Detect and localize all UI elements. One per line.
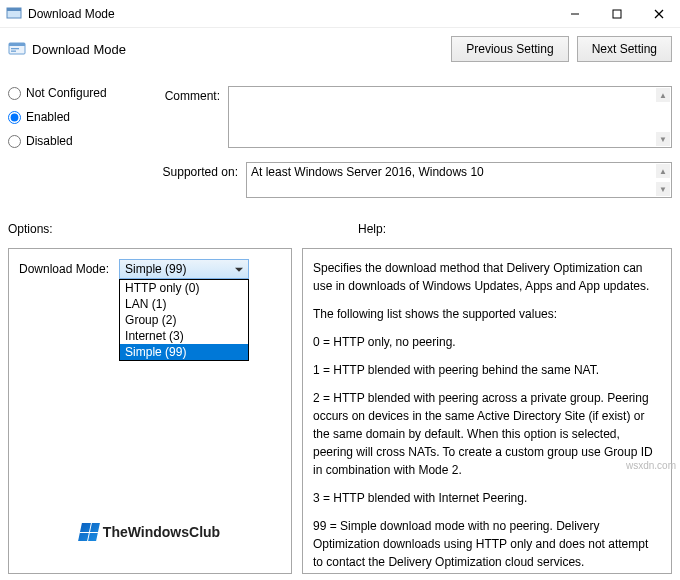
help-paragraph: 3 = HTTP blended with Internet Peering. (313, 489, 661, 507)
help-heading: Help: (302, 222, 672, 236)
supported-row: Supported on: At least Windows Server 20… (148, 162, 672, 198)
minimize-button[interactable] (554, 0, 596, 28)
combobox-option[interactable]: LAN (1) (120, 296, 248, 312)
supported-textarea: At least Windows Server 2016, Windows 10… (246, 162, 672, 198)
section-labels: Options: Help: (8, 222, 672, 236)
radio-not-configured-input[interactable] (8, 87, 21, 100)
svg-rect-3 (613, 10, 621, 18)
radio-disabled[interactable]: Disabled (8, 134, 107, 148)
header: Download Mode Previous Setting Next Sett… (0, 28, 680, 74)
window-title: Download Mode (28, 7, 554, 21)
scroll-down-icon[interactable]: ▼ (656, 132, 670, 146)
help-paragraph: 99 = Simple download mode with no peerin… (313, 517, 661, 571)
radio-disabled-input[interactable] (8, 135, 21, 148)
combobox-option[interactable]: Group (2) (120, 312, 248, 328)
radio-not-configured-label: Not Configured (26, 86, 107, 100)
help-paragraph: 0 = HTTP only, no peering. (313, 333, 661, 351)
combobox-selected[interactable]: Simple (99) (119, 259, 249, 279)
combobox-option[interactable]: Internet (3) (120, 328, 248, 344)
options-panel: Download Mode: Simple (99) HTTP only (0)… (8, 248, 292, 574)
branding-logo: TheWindowsClub (9, 523, 291, 541)
comment-row: Comment: ▲ ▼ (148, 86, 672, 148)
logo-text: TheWindowsClub (103, 524, 220, 540)
options-heading: Options: (8, 222, 302, 236)
comment-textarea[interactable]: ▲ ▼ (228, 86, 672, 148)
help-panel: Specifies the download method that Deliv… (302, 248, 672, 574)
policy-title: Download Mode (32, 42, 443, 57)
help-paragraph: The following list shows the supported v… (313, 305, 661, 323)
help-paragraph: 1 = HTTP blended with peering behind the… (313, 361, 661, 379)
radio-not-configured[interactable]: Not Configured (8, 86, 107, 100)
help-paragraph: 2 = HTTP blended with peering across a p… (313, 389, 661, 479)
titlebar: Download Mode (0, 0, 680, 28)
combobox-option[interactable]: HTTP only (0) (120, 280, 248, 296)
previous-setting-button[interactable]: Previous Setting (451, 36, 568, 62)
comment-label: Comment: (148, 86, 220, 148)
supported-scrollbar[interactable]: ▲ ▼ (656, 164, 670, 196)
state-radio-group: Not Configured Enabled Disabled (8, 86, 107, 148)
svg-rect-1 (7, 8, 21, 11)
radio-enabled-label: Enabled (26, 110, 70, 124)
download-mode-combobox[interactable]: Simple (99) HTTP only (0) LAN (1) Group … (119, 259, 249, 279)
maximize-button[interactable] (596, 0, 638, 28)
download-mode-label: Download Mode: (19, 259, 109, 276)
logo-square-icon (78, 523, 100, 541)
radio-enabled[interactable]: Enabled (8, 110, 107, 124)
close-button[interactable] (638, 0, 680, 28)
comment-scrollbar[interactable]: ▲ ▼ (656, 88, 670, 146)
combobox-dropdown: HTTP only (0) LAN (1) Group (2) Internet… (119, 279, 249, 361)
watermark: wsxdn.com (626, 460, 676, 471)
svg-rect-8 (11, 48, 19, 49)
supported-label: Supported on: (148, 162, 238, 198)
scroll-up-icon[interactable]: ▲ (656, 88, 670, 102)
next-setting-button[interactable]: Next Setting (577, 36, 672, 62)
combobox-option[interactable]: Simple (99) (120, 344, 248, 360)
svg-rect-9 (11, 51, 16, 52)
scroll-up-icon[interactable]: ▲ (656, 164, 670, 178)
radio-enabled-input[interactable] (8, 111, 21, 124)
supported-value: At least Windows Server 2016, Windows 10 (251, 165, 484, 179)
panels: Download Mode: Simple (99) HTTP only (0)… (8, 248, 672, 574)
svg-rect-7 (9, 43, 25, 46)
radio-disabled-label: Disabled (26, 134, 73, 148)
scroll-down-icon[interactable]: ▼ (656, 182, 670, 196)
policy-icon (8, 40, 26, 58)
help-paragraph: Specifies the download method that Deliv… (313, 259, 661, 295)
app-icon (6, 6, 22, 22)
